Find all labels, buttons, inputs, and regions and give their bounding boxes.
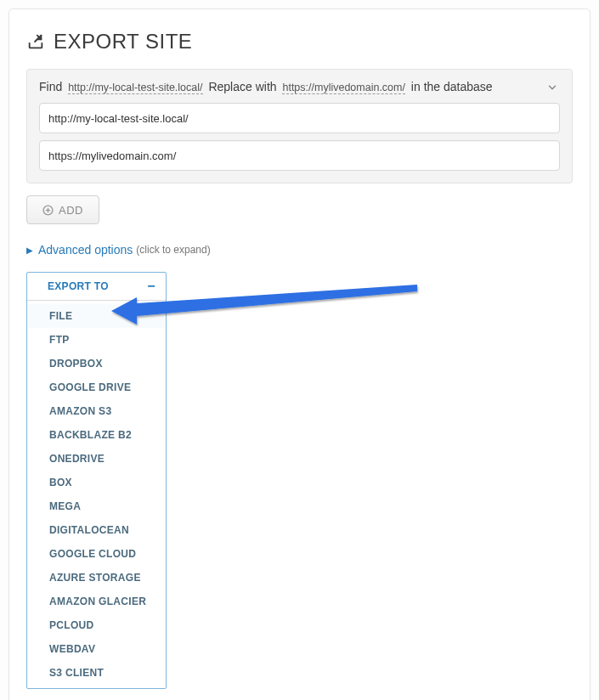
label-suffix: in the database: [411, 80, 493, 93]
replace-input[interactable]: [39, 140, 560, 171]
export-item-dropbox[interactable]: DROPBOX: [27, 352, 166, 375]
export-item-pcloud[interactable]: PCLOUD: [27, 613, 166, 637]
export-item-webdav[interactable]: WEBDAV: [27, 637, 166, 661]
export-to-header[interactable]: EXPORT TO −: [27, 273, 166, 301]
export-item-ftp[interactable]: FTP: [27, 328, 166, 352]
export-item-azure-storage[interactable]: AZURE STORAGE: [27, 566, 166, 590]
panel-title: EXPORT SITE: [26, 30, 573, 54]
export-item-google-drive[interactable]: GOOGLE DRIVE: [27, 375, 166, 399]
panel-title-text: EXPORT SITE: [54, 30, 192, 54]
advanced-options-hint: (click to expand): [136, 244, 210, 256]
export-item-s3-client[interactable]: S3 CLIENT: [27, 661, 166, 685]
export-item-amazon-glacier[interactable]: AMAZON GLACIER: [27, 590, 166, 613]
export-item-backblaze-b2[interactable]: BACKBLAZE B2: [27, 423, 166, 447]
plus-circle-icon: [42, 205, 54, 216]
triangle-right-icon: ▶: [26, 246, 33, 255]
export-item-onedrive[interactable]: ONEDRIVE: [27, 447, 166, 471]
export-to-menu: EXPORT TO − FILE FTP DROPBOX GOOGLE DRIV…: [26, 272, 167, 689]
export-item-box[interactable]: BOX: [27, 471, 166, 494]
add-button[interactable]: ADD: [26, 195, 99, 224]
find-input[interactable]: [39, 103, 560, 133]
link-replace-url[interactable]: https://mylivedomain.com/: [282, 82, 405, 94]
label-replace: Replace with: [208, 80, 276, 93]
export-item-file[interactable]: FILE: [27, 304, 166, 328]
export-to-list: FILE FTP DROPBOX GOOGLE DRIVE AMAZON S3 …: [27, 301, 166, 688]
minus-icon: −: [147, 282, 155, 291]
advanced-options-label: Advanced options: [38, 243, 133, 257]
export-icon: [26, 32, 45, 51]
link-find-url[interactable]: http://my-local-test-site.local/: [68, 82, 202, 94]
label-find: Find: [39, 80, 62, 93]
export-to-label: EXPORT TO: [48, 280, 109, 292]
export-item-amazon-s3[interactable]: AMAZON S3: [27, 399, 166, 423]
add-button-label: ADD: [59, 204, 83, 217]
find-replace-box: Find http://my-local-test-site.local/ Re…: [26, 69, 573, 183]
find-replace-header[interactable]: Find http://my-local-test-site.local/ Re…: [39, 80, 560, 94]
advanced-options-toggle[interactable]: ▶ Advanced options (click to expand): [26, 243, 573, 257]
chevron-down-icon[interactable]: [546, 82, 558, 96]
export-item-mega[interactable]: MEGA: [27, 494, 166, 518]
export-site-panel: EXPORT SITE Find http://my-local-test-si…: [8, 8, 591, 700]
export-item-digitalocean[interactable]: DIGITALOCEAN: [27, 518, 166, 542]
export-item-google-cloud[interactable]: GOOGLE CLOUD: [27, 542, 166, 566]
